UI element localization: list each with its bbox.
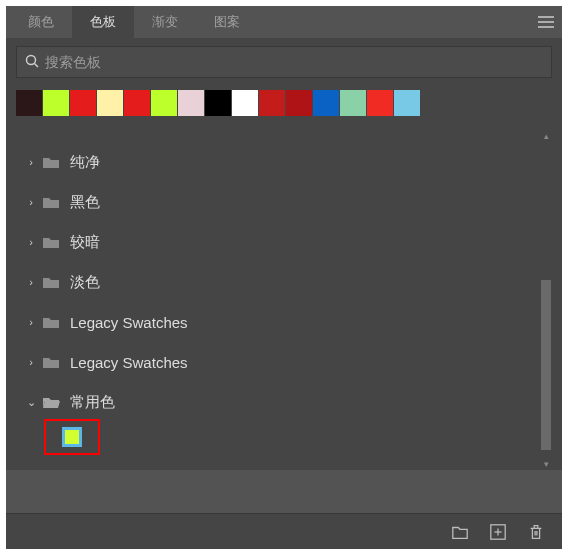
folder-label: 淡色 xyxy=(70,273,100,292)
chevron-right-icon[interactable]: › xyxy=(24,236,38,248)
panel-footer xyxy=(6,513,562,549)
folder-icon xyxy=(42,395,60,409)
folder-item[interactable]: ⌄常用色 xyxy=(16,382,538,422)
folder-item[interactable]: ›较暗 xyxy=(16,222,538,262)
folder-item[interactable]: ›Legacy Swatches xyxy=(16,342,538,382)
tab-color[interactable]: 颜色 xyxy=(10,6,72,38)
swatch[interactable] xyxy=(259,90,285,116)
swatch[interactable] xyxy=(178,90,204,116)
tabs-bar: 颜色 色板 渐变 图案 xyxy=(6,6,562,38)
highlight-box xyxy=(44,419,100,455)
swatches-panel: 颜色 色板 渐变 图案 ›纯净›黑色›较暗›淡色›Legacy Swatches… xyxy=(6,6,562,549)
scrollbar[interactable]: ▴ ▾ xyxy=(540,130,552,470)
swatch[interactable] xyxy=(394,90,420,116)
chevron-right-icon[interactable]: › xyxy=(24,276,38,288)
folder-icon xyxy=(42,315,60,329)
folder-label: 纯净 xyxy=(70,153,100,172)
folder-item[interactable]: ›黑色 xyxy=(16,182,538,222)
search-icon xyxy=(25,54,39,71)
chevron-right-icon[interactable]: › xyxy=(24,196,38,208)
scroll-down-button[interactable]: ▾ xyxy=(540,458,552,470)
create-new-swatch-button[interactable] xyxy=(488,522,508,542)
tab-pattern[interactable]: 图案 xyxy=(196,6,258,38)
folder-icon xyxy=(42,275,60,289)
folder-label: 黑色 xyxy=(70,193,100,212)
folder-label: Legacy Swatches xyxy=(70,314,188,331)
folder-label: Legacy Swatches xyxy=(70,354,188,371)
swatch[interactable] xyxy=(151,90,177,116)
swatch[interactable] xyxy=(97,90,123,116)
svg-line-1 xyxy=(35,63,39,67)
save-as-folder-button[interactable] xyxy=(450,522,470,542)
scroll-up-button[interactable]: ▴ xyxy=(540,130,552,142)
folder-item[interactable]: ›淡色 xyxy=(16,262,538,302)
scroll-thumb[interactable] xyxy=(541,280,551,450)
swatch[interactable] xyxy=(16,90,42,116)
swatch[interactable] xyxy=(286,90,312,116)
folder-icon xyxy=(42,155,60,169)
tab-gradient[interactable]: 渐变 xyxy=(134,6,196,38)
chevron-right-icon[interactable]: › xyxy=(24,356,38,368)
folder-icon xyxy=(42,195,60,209)
chevron-down-icon[interactable]: ⌄ xyxy=(24,396,38,409)
new-swatch[interactable] xyxy=(62,427,82,447)
folder-label: 常用色 xyxy=(70,393,115,412)
swatch[interactable] xyxy=(43,90,69,116)
tab-swatches[interactable]: 色板 xyxy=(72,6,134,38)
cutoff-label xyxy=(98,130,538,142)
swatch[interactable] xyxy=(205,90,231,116)
svg-point-0 xyxy=(27,55,36,64)
swatch[interactable] xyxy=(232,90,258,116)
delete-swatch-button[interactable] xyxy=(526,522,546,542)
chevron-right-icon[interactable]: › xyxy=(24,156,38,168)
folder-icon xyxy=(42,235,60,249)
search-input[interactable] xyxy=(45,54,543,70)
folder-item[interactable]: ›纯净 xyxy=(16,142,538,182)
folder-icon xyxy=(42,355,60,369)
panel-content: ›纯净›黑色›较暗›淡色›Legacy Swatches›Legacy Swat… xyxy=(6,38,562,470)
folder-label: 较暗 xyxy=(70,233,100,252)
folder-item[interactable]: ›Legacy Swatches xyxy=(16,302,538,342)
search-row xyxy=(16,46,552,78)
chevron-right-icon[interactable]: › xyxy=(24,316,38,328)
expanded-folder-content xyxy=(16,422,538,458)
panel-menu-button[interactable] xyxy=(530,6,562,38)
swatch[interactable] xyxy=(313,90,339,116)
swatch[interactable] xyxy=(340,90,366,116)
swatch[interactable] xyxy=(70,90,96,116)
folder-tree: ›纯净›黑色›较暗›淡色›Legacy Swatches›Legacy Swat… xyxy=(16,130,552,470)
recent-swatches xyxy=(16,90,552,116)
swatch[interactable] xyxy=(124,90,150,116)
swatch[interactable] xyxy=(367,90,393,116)
